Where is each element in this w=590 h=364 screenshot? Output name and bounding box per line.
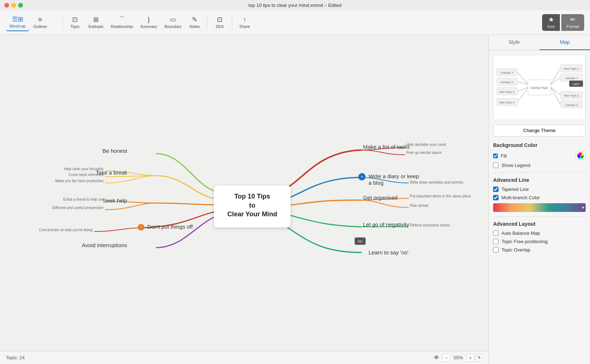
topic-count-label: Topic: 24 <box>6 355 25 360</box>
boundary-button[interactable]: ▭ Boundary <box>161 14 185 31</box>
multi-branch-checkbox[interactable] <box>493 195 499 200</box>
theme-preview-svg: Central Topic Subtopic Y Subtopic Z Main… <box>493 55 585 120</box>
outliner-button[interactable]: ≡ Outliner <box>29 14 51 31</box>
panel-content: Central Topic Subtopic Y Subtopic Z Main… <box>489 50 590 364</box>
bg-color-section-title: Background Color <box>493 142 586 148</box>
relationship-button[interactable]: ⌒ Relationship <box>107 14 137 31</box>
tab-map[interactable]: Map <box>540 35 590 50</box>
svg-text:Plan ahead: Plan ahead <box>410 204 429 208</box>
svg-text:Write down anxieties and worri: Write down anxieties and worries <box>410 180 463 184</box>
change-theme-button[interactable]: Change Theme <box>493 124 586 136</box>
svg-text:Don't put things off: Don't put things off <box>147 224 193 230</box>
auto-balance-checkbox[interactable] <box>493 230 499 236</box>
svg-text:a blog: a blog <box>369 180 384 186</box>
mindmap-icon: ☰⊞ <box>12 16 23 23</box>
svg-text:Write a diary or keep: Write a diary or keep <box>369 173 419 179</box>
svg-text:Subtopic 3: Subtopic 3 <box>565 103 578 107</box>
svg-text:Avoid interruptions: Avoid interruptions <box>82 242 127 248</box>
format-icon: ✏ <box>570 16 575 23</box>
svg-text:Help declutter your mind: Help declutter your mind <box>406 143 446 147</box>
separator-3 <box>232 15 232 30</box>
svg-text:Central Topic: Central Topic <box>530 86 548 90</box>
svg-text:Concentrate on task you're doi: Concentrate on task you're doing <box>39 228 92 232</box>
separator-2 <box>207 15 207 30</box>
star-icon: ★ <box>548 16 554 23</box>
svg-text:Free up mental space: Free up mental space <box>406 151 442 155</box>
mindmap-svg: Top 10 Tips to Clear Your Mind Make a li… <box>0 35 488 364</box>
svg-text:Seek help: Seek help <box>103 197 127 204</box>
zoom-control: − 55% + ⇅ <box>442 354 483 362</box>
share-button[interactable]: ↑ Share <box>235 14 254 31</box>
summary-button[interactable]: } Summary <box>136 14 161 31</box>
svg-text:Subtopic 2: Subtopic 2 <box>565 77 578 80</box>
main-area: Top 10 Tips to Clear Your Mind Make a li… <box>0 35 590 364</box>
show-legend-row: Show Legend <box>493 163 586 168</box>
topic-overlap-checkbox[interactable] <box>493 247 499 253</box>
svg-text:Relieve excessive stress: Relieve excessive stress <box>410 223 450 227</box>
tapered-line-checkbox[interactable] <box>493 187 499 192</box>
svg-text:Help clear your thoughts: Help clear your thoughts <box>64 167 103 171</box>
close-button[interactable] <box>4 3 9 8</box>
zoom-in-button[interactable]: + <box>466 354 474 362</box>
free-pos-checkbox[interactable] <box>493 239 499 244</box>
svg-text:Make you far more productive: Make you far more productive <box>55 179 104 183</box>
advanced-line-section-title: Advanced Line <box>493 177 586 183</box>
canvas[interactable]: Top 10 Tips to Clear Your Mind Make a li… <box>0 35 488 364</box>
maximize-button[interactable] <box>18 3 23 8</box>
svg-text:Learn to say 'no': Learn to say 'no' <box>369 249 409 255</box>
topic-icon: ⊡ <box>72 16 78 23</box>
multi-branch-label: Multi-branch Color <box>501 195 540 200</box>
svg-text:Let go of negativity: Let go of negativity <box>363 221 409 228</box>
notes-button[interactable]: ✎ Notes <box>185 14 204 31</box>
zoom-expand-button[interactable]: ⇅ <box>476 354 483 362</box>
auto-balance-row: Auto Balance Map <box>493 230 586 236</box>
theme-preview: Central Topic Subtopic Y Subtopic Z Main… <box>493 55 586 120</box>
svg-text:Be honest: Be honest <box>102 148 127 154</box>
status-bar: Topic: 24 👁 − 55% + ⇅ <box>0 351 488 364</box>
svg-text:Main Topic 3: Main Topic 3 <box>499 90 514 94</box>
svg-text:Label: Label <box>573 82 579 86</box>
toolbar: ☰⊞ Mindmap ≡ Outliner ⊡ Topic ⊞ Subtopic… <box>0 10 590 35</box>
divider-2 <box>493 216 586 217</box>
zen-button[interactable]: ⊡ ZEN <box>210 14 229 31</box>
svg-text:Put important items in the sam: Put important items in the same place <box>410 194 471 198</box>
auto-balance-label: Auto Balance Map <box>501 230 540 236</box>
eye-icon[interactable]: 👁 <box>434 355 439 361</box>
format-button[interactable]: ✏ Format <box>561 14 584 31</box>
free-pos-label: Topic Free-positioning <box>501 239 548 244</box>
show-legend-label: Show Legend <box>501 163 530 168</box>
svg-text:Subtopic Z: Subtopic Z <box>500 81 513 84</box>
icon-button[interactable]: ★ Icon <box>542 14 560 31</box>
advanced-layout-section-title: Advanced Layout <box>493 221 586 227</box>
minimize-button[interactable] <box>11 3 16 8</box>
fill-label: Fill <box>501 153 507 159</box>
title-bar: top 10 tips to clear your mind.xmind – E… <box>0 0 590 10</box>
svg-text:Enlist a friend to help out: Enlist a friend to help out <box>63 197 103 201</box>
notes-icon: ✎ <box>192 16 197 23</box>
subtopic-button[interactable]: ⊞ Subtopic <box>85 14 107 31</box>
color-swatch[interactable] <box>575 152 586 160</box>
divider-1 <box>493 172 586 173</box>
svg-text:Subtopic Y: Subtopic Y <box>500 71 513 74</box>
free-pos-row: Topic Free-positioning <box>493 239 586 244</box>
summary-icon: } <box>148 16 150 23</box>
color-bar[interactable]: ▾ <box>493 203 586 212</box>
svg-text:Clear Your Mind: Clear Your Mind <box>228 210 277 218</box>
fill-checkbox[interactable] <box>493 154 498 158</box>
tab-style[interactable]: Style <box>489 35 540 50</box>
color-bar-arrow: ▾ <box>582 205 584 210</box>
window-title: top 10 tips to clear your mind.xmind – E… <box>249 3 342 8</box>
topic-overlap-label: Topic Overlap <box>501 247 530 253</box>
svg-text:Main Topic 4: Main Topic 4 <box>499 101 514 104</box>
show-legend-checkbox[interactable] <box>493 163 499 168</box>
tapered-line-row: Tapered Line <box>493 187 586 192</box>
svg-text:Make a list of tasks: Make a list of tasks <box>363 144 410 150</box>
svg-text:No: No <box>358 240 362 243</box>
zen-icon: ⊡ <box>217 16 222 23</box>
svg-text:Come back refreshed: Come back refreshed <box>69 173 103 177</box>
topic-button[interactable]: ⊡ Topic <box>66 14 85 31</box>
zoom-out-button[interactable]: − <box>442 354 450 362</box>
zoom-level: 55% <box>452 355 465 360</box>
svg-text:✎: ✎ <box>361 175 364 179</box>
mindmap-button[interactable]: ☰⊞ Mindmap <box>6 14 29 31</box>
